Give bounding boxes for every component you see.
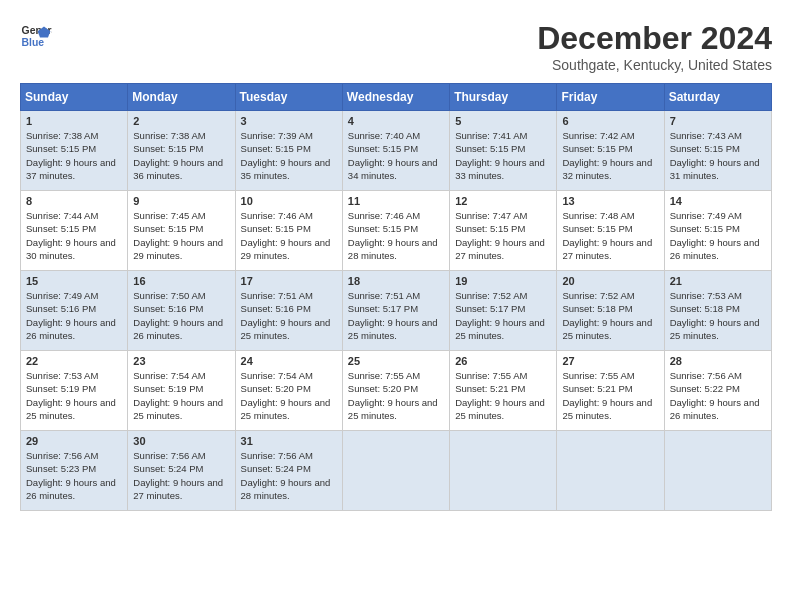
day-header-friday: Friday	[557, 84, 664, 111]
calendar-cell: 2Sunrise: 7:38 AMSunset: 5:15 PMDaylight…	[128, 111, 235, 191]
day-info: Sunrise: 7:49 AMSunset: 5:16 PMDaylight:…	[26, 289, 122, 342]
calendar-cell: 21Sunrise: 7:53 AMSunset: 5:18 PMDayligh…	[664, 271, 771, 351]
day-header-wednesday: Wednesday	[342, 84, 449, 111]
calendar-cell: 25Sunrise: 7:55 AMSunset: 5:20 PMDayligh…	[342, 351, 449, 431]
calendar-cell: 10Sunrise: 7:46 AMSunset: 5:15 PMDayligh…	[235, 191, 342, 271]
day-number: 9	[133, 195, 229, 207]
day-info: Sunrise: 7:38 AMSunset: 5:15 PMDaylight:…	[133, 129, 229, 182]
day-number: 1	[26, 115, 122, 127]
day-header-monday: Monday	[128, 84, 235, 111]
day-number: 2	[133, 115, 229, 127]
day-number: 13	[562, 195, 658, 207]
day-number: 8	[26, 195, 122, 207]
calendar-cell: 16Sunrise: 7:50 AMSunset: 5:16 PMDayligh…	[128, 271, 235, 351]
day-info: Sunrise: 7:38 AMSunset: 5:15 PMDaylight:…	[26, 129, 122, 182]
day-number: 12	[455, 195, 551, 207]
calendar-cell: 19Sunrise: 7:52 AMSunset: 5:17 PMDayligh…	[450, 271, 557, 351]
day-info: Sunrise: 7:54 AMSunset: 5:20 PMDaylight:…	[241, 369, 337, 422]
calendar-cell: 9Sunrise: 7:45 AMSunset: 5:15 PMDaylight…	[128, 191, 235, 271]
calendar-cell: 15Sunrise: 7:49 AMSunset: 5:16 PMDayligh…	[21, 271, 128, 351]
calendar-cell: 30Sunrise: 7:56 AMSunset: 5:24 PMDayligh…	[128, 431, 235, 511]
day-number: 30	[133, 435, 229, 447]
calendar-cell: 17Sunrise: 7:51 AMSunset: 5:16 PMDayligh…	[235, 271, 342, 351]
calendar-cell: 5Sunrise: 7:41 AMSunset: 5:15 PMDaylight…	[450, 111, 557, 191]
day-info: Sunrise: 7:52 AMSunset: 5:18 PMDaylight:…	[562, 289, 658, 342]
calendar-cell: 29Sunrise: 7:56 AMSunset: 5:23 PMDayligh…	[21, 431, 128, 511]
calendar-cell: 26Sunrise: 7:55 AMSunset: 5:21 PMDayligh…	[450, 351, 557, 431]
calendar-cell: 8Sunrise: 7:44 AMSunset: 5:15 PMDaylight…	[21, 191, 128, 271]
calendar-cell: 6Sunrise: 7:42 AMSunset: 5:15 PMDaylight…	[557, 111, 664, 191]
day-info: Sunrise: 7:45 AMSunset: 5:15 PMDaylight:…	[133, 209, 229, 262]
day-number: 21	[670, 275, 766, 287]
day-number: 15	[26, 275, 122, 287]
day-info: Sunrise: 7:50 AMSunset: 5:16 PMDaylight:…	[133, 289, 229, 342]
calendar-cell: 14Sunrise: 7:49 AMSunset: 5:15 PMDayligh…	[664, 191, 771, 271]
day-info: Sunrise: 7:48 AMSunset: 5:15 PMDaylight:…	[562, 209, 658, 262]
day-number: 14	[670, 195, 766, 207]
day-info: Sunrise: 7:56 AMSunset: 5:22 PMDaylight:…	[670, 369, 766, 422]
day-info: Sunrise: 7:54 AMSunset: 5:19 PMDaylight:…	[133, 369, 229, 422]
calendar-cell	[557, 431, 664, 511]
calendar-cell: 18Sunrise: 7:51 AMSunset: 5:17 PMDayligh…	[342, 271, 449, 351]
day-info: Sunrise: 7:40 AMSunset: 5:15 PMDaylight:…	[348, 129, 444, 182]
svg-text:Blue: Blue	[22, 37, 45, 48]
calendar-cell: 1Sunrise: 7:38 AMSunset: 5:15 PMDaylight…	[21, 111, 128, 191]
calendar-week-row: 22Sunrise: 7:53 AMSunset: 5:19 PMDayligh…	[21, 351, 772, 431]
day-number: 28	[670, 355, 766, 367]
calendar-cell	[342, 431, 449, 511]
title-block: December 2024 Southgate, Kentucky, Unite…	[537, 20, 772, 73]
day-info: Sunrise: 7:56 AMSunset: 5:24 PMDaylight:…	[241, 449, 337, 502]
calendar-cell: 3Sunrise: 7:39 AMSunset: 5:15 PMDaylight…	[235, 111, 342, 191]
calendar-body: 1Sunrise: 7:38 AMSunset: 5:15 PMDaylight…	[21, 111, 772, 511]
calendar-cell	[664, 431, 771, 511]
day-number: 25	[348, 355, 444, 367]
day-info: Sunrise: 7:44 AMSunset: 5:15 PMDaylight:…	[26, 209, 122, 262]
day-info: Sunrise: 7:39 AMSunset: 5:15 PMDaylight:…	[241, 129, 337, 182]
day-number: 11	[348, 195, 444, 207]
day-info: Sunrise: 7:43 AMSunset: 5:15 PMDaylight:…	[670, 129, 766, 182]
calendar-week-row: 29Sunrise: 7:56 AMSunset: 5:23 PMDayligh…	[21, 431, 772, 511]
location-subtitle: Southgate, Kentucky, United States	[537, 57, 772, 73]
day-header-tuesday: Tuesday	[235, 84, 342, 111]
calendar-cell: 12Sunrise: 7:47 AMSunset: 5:15 PMDayligh…	[450, 191, 557, 271]
day-number: 29	[26, 435, 122, 447]
calendar-cell: 20Sunrise: 7:52 AMSunset: 5:18 PMDayligh…	[557, 271, 664, 351]
day-info: Sunrise: 7:46 AMSunset: 5:15 PMDaylight:…	[241, 209, 337, 262]
calendar-week-row: 8Sunrise: 7:44 AMSunset: 5:15 PMDaylight…	[21, 191, 772, 271]
calendar-cell: 28Sunrise: 7:56 AMSunset: 5:22 PMDayligh…	[664, 351, 771, 431]
day-info: Sunrise: 7:42 AMSunset: 5:15 PMDaylight:…	[562, 129, 658, 182]
day-info: Sunrise: 7:49 AMSunset: 5:15 PMDaylight:…	[670, 209, 766, 262]
calendar-cell: 24Sunrise: 7:54 AMSunset: 5:20 PMDayligh…	[235, 351, 342, 431]
day-number: 3	[241, 115, 337, 127]
day-header-sunday: Sunday	[21, 84, 128, 111]
day-number: 4	[348, 115, 444, 127]
day-info: Sunrise: 7:47 AMSunset: 5:15 PMDaylight:…	[455, 209, 551, 262]
day-info: Sunrise: 7:52 AMSunset: 5:17 PMDaylight:…	[455, 289, 551, 342]
month-title: December 2024	[537, 20, 772, 57]
day-number: 6	[562, 115, 658, 127]
calendar-cell: 4Sunrise: 7:40 AMSunset: 5:15 PMDaylight…	[342, 111, 449, 191]
day-info: Sunrise: 7:53 AMSunset: 5:19 PMDaylight:…	[26, 369, 122, 422]
calendar-cell	[450, 431, 557, 511]
day-number: 24	[241, 355, 337, 367]
calendar-cell: 22Sunrise: 7:53 AMSunset: 5:19 PMDayligh…	[21, 351, 128, 431]
calendar-header-row: SundayMondayTuesdayWednesdayThursdayFrid…	[21, 84, 772, 111]
day-info: Sunrise: 7:55 AMSunset: 5:21 PMDaylight:…	[562, 369, 658, 422]
day-info: Sunrise: 7:56 AMSunset: 5:24 PMDaylight:…	[133, 449, 229, 502]
day-number: 19	[455, 275, 551, 287]
day-number: 23	[133, 355, 229, 367]
logo-icon: General Blue	[20, 20, 52, 52]
calendar-cell: 27Sunrise: 7:55 AMSunset: 5:21 PMDayligh…	[557, 351, 664, 431]
calendar-cell: 31Sunrise: 7:56 AMSunset: 5:24 PMDayligh…	[235, 431, 342, 511]
calendar-cell: 11Sunrise: 7:46 AMSunset: 5:15 PMDayligh…	[342, 191, 449, 271]
day-number: 18	[348, 275, 444, 287]
day-info: Sunrise: 7:51 AMSunset: 5:17 PMDaylight:…	[348, 289, 444, 342]
day-number: 27	[562, 355, 658, 367]
day-number: 22	[26, 355, 122, 367]
day-info: Sunrise: 7:56 AMSunset: 5:23 PMDaylight:…	[26, 449, 122, 502]
logo: General Blue	[20, 20, 52, 52]
day-info: Sunrise: 7:53 AMSunset: 5:18 PMDaylight:…	[670, 289, 766, 342]
day-number: 20	[562, 275, 658, 287]
calendar-table: SundayMondayTuesdayWednesdayThursdayFrid…	[20, 83, 772, 511]
day-number: 26	[455, 355, 551, 367]
